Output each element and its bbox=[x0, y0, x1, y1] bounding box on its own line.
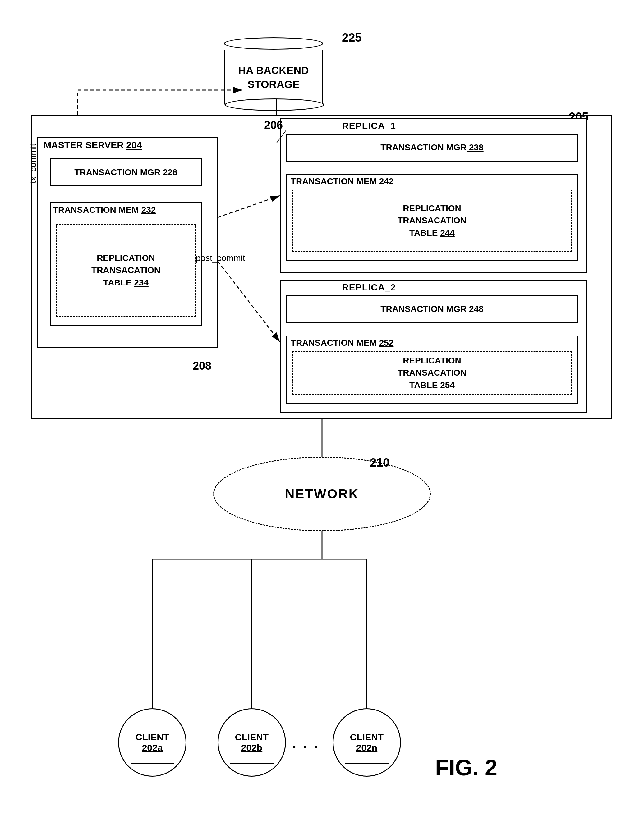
client-202n-num: 202n bbox=[356, 742, 377, 753]
diagram-container: 225 HA BACKENDSTORAGE 205 MASTER SERVER … bbox=[0, 0, 644, 822]
txn-mgr-228-num: 228 bbox=[160, 167, 178, 178]
label-210: 210 bbox=[370, 456, 389, 469]
replica1-label: REPLICA_1 bbox=[342, 121, 396, 131]
txn-mgr-238-num: 238 bbox=[466, 142, 484, 153]
rep-table-244-text: REPLICATIONTRANSACATIONTABLE 244 bbox=[397, 202, 466, 239]
client-202n: CLIENT202n bbox=[333, 708, 401, 777]
rep-table-234: REPLICATIONTRANSACATIONTABLE 234 bbox=[56, 223, 196, 317]
rep-table-244: REPLICATIONTRANSACATIONTABLE 244 bbox=[292, 190, 572, 252]
cylinder-body: HA BACKENDSTORAGE bbox=[224, 50, 323, 106]
txn-mgr-248: TRANSACTION MGR 248 bbox=[286, 295, 578, 323]
txn-mem-242-num: 242 bbox=[379, 176, 394, 186]
master-server-label: MASTER SERVER 204 bbox=[43, 140, 142, 150]
txn-mgr-238: TRANSACTION MGR 238 bbox=[286, 133, 578, 162]
cylinder-top bbox=[224, 37, 323, 50]
label-225: 225 bbox=[342, 31, 362, 44]
cylinder-bottom-ellipse bbox=[225, 98, 324, 111]
client-202b-num: 202b bbox=[241, 742, 262, 753]
txn-mem-232-num: 232 bbox=[141, 205, 156, 215]
rep-table-254-text: REPLICATIONTRANSACATIONTABLE 254 bbox=[397, 354, 466, 391]
txn-mgr-248-num: 248 bbox=[466, 304, 484, 314]
ha-backend-storage: HA BACKENDSTORAGE bbox=[224, 37, 323, 106]
txn-mem-232-label: TRANSACTION MEM 232 bbox=[53, 205, 156, 215]
client-202b: CLIENT202b bbox=[218, 708, 286, 777]
rep-table-254: REPLICATIONTRANSACATIONTABLE 254 bbox=[292, 351, 572, 395]
master-server-num: 204 bbox=[126, 140, 142, 150]
fig2-label: FIG. 2 bbox=[435, 755, 497, 781]
client-202a-num: 202a bbox=[142, 742, 163, 753]
txn-mem-242-label: TRANSACTION MEM 242 bbox=[291, 176, 394, 187]
replica2-label: REPLICA_2 bbox=[342, 282, 396, 292]
rep-table-234-text: REPLICATIONTRANSACATIONTABLE 234 bbox=[91, 252, 160, 289]
txn-mgr-228: TRANSACTION MGR 228 bbox=[50, 158, 202, 187]
txn-mem-252-num: 252 bbox=[379, 338, 394, 347]
txn-mem-252-label: TRANSACTION MEM 252 bbox=[291, 338, 394, 348]
network-ellipse: NETWORK bbox=[213, 457, 431, 531]
ha-storage-label: HA BACKENDSTORAGE bbox=[238, 63, 309, 91]
dots-between: . . . bbox=[292, 735, 319, 752]
client-202a: CLIENT202a bbox=[118, 708, 187, 777]
